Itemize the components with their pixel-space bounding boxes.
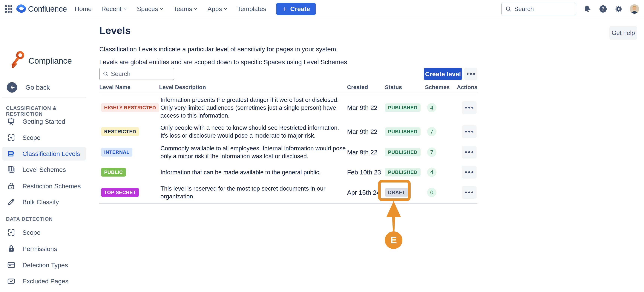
sidebar: Compliance Go back CLASSIFICATION & REST… (0, 18, 89, 292)
status-badge: PUBLISHED (385, 104, 420, 112)
sidebar-item-label: Bulk Classify (22, 198, 59, 206)
notifications-bell-icon[interactable] (583, 4, 592, 14)
row-actions-button[interactable] (462, 166, 477, 179)
pencil-icon (7, 197, 16, 206)
level-description: Information that can be made available t… (160, 163, 348, 182)
sidebar-item-label: Scope (22, 229, 40, 236)
column-header-actions: Actions (457, 84, 478, 90)
go-back-button[interactable]: Go back (7, 82, 50, 93)
schemes-count: 4 (427, 168, 436, 177)
nav-home[interactable]: Home (74, 5, 92, 13)
app-name: Compliance (28, 56, 72, 66)
global-search-input[interactable] (514, 6, 570, 13)
row-actions-button[interactable] (462, 101, 477, 114)
confluence-compliance-levels-screen: Confluence Home Recent Spaces Teams Apps… (0, 0, 644, 292)
table-search[interactable] (99, 68, 174, 80)
sidebar-item-restriction-schemes[interactable]: Restriction Schemes (2, 179, 86, 193)
nav-apps[interactable]: Apps (207, 5, 228, 13)
app-grid-icon[interactable] (5, 5, 12, 13)
primary-nav: Home Recent Spaces Teams Apps Templates (74, 5, 266, 13)
search-icon (505, 6, 512, 12)
annotation-arrow-e: E (382, 201, 406, 250)
nav-recent[interactable]: Recent (101, 5, 127, 13)
chevron-down-icon (160, 7, 164, 11)
stack-icon (7, 149, 16, 158)
table-actions-menu-button[interactable] (464, 68, 478, 80)
sidebar-item-excluded-pages[interactable]: Excluded Pages (2, 274, 86, 288)
nav-templates[interactable]: Templates (237, 5, 266, 13)
row-actions-button[interactable] (462, 186, 477, 199)
sidebar-item-excluded-data[interactable]: Excluded Data (2, 290, 86, 292)
card-icon (7, 260, 16, 269)
sidebar-item-label: Getting Started (22, 118, 65, 125)
created-date: Mar 9th 22 (347, 104, 378, 111)
level-name-badge: INTERNAL (101, 148, 132, 156)
sidebar-item-label: Restriction Schemes (22, 182, 81, 190)
create-level-button[interactable]: Create level (424, 68, 462, 80)
lock-filled-icon (7, 244, 16, 253)
global-search[interactable] (502, 3, 576, 15)
plus-icon (282, 6, 288, 12)
schemes-count: 7 (427, 127, 436, 136)
table-row: INTERNAL Commonly available to all emplo… (99, 142, 478, 162)
table-row: PUBLIC Information that can be made avai… (99, 163, 478, 182)
table-header-divider (99, 93, 478, 93)
confluence-brand[interactable]: Confluence (16, 4, 67, 14)
table-row: RESTRICTED Only people with a need to kn… (99, 122, 478, 141)
column-header-level-description: Level Description (159, 84, 206, 90)
sidebar-item-level-schemes[interactable]: Level Schemes (2, 163, 86, 176)
level-name-badge: TOP SECRET (101, 188, 139, 197)
sidebar-item-detection-types[interactable]: Detection Types (2, 258, 86, 272)
nav-spaces[interactable]: Spaces (137, 5, 164, 13)
user-avatar[interactable] (630, 4, 639, 14)
key-icon (9, 50, 26, 71)
sidebar-item-label: Level Schemes (22, 166, 66, 173)
svg-text:E: E (390, 234, 397, 245)
column-header-status: Status (385, 84, 402, 90)
level-description: Commonly available to all employees. Int… (160, 142, 348, 162)
settings-gear-icon[interactable] (614, 4, 624, 14)
table-bottom-divider (99, 203, 478, 204)
sidebar-item-label: Detection Types (22, 261, 68, 269)
help-icon[interactable]: ? (598, 4, 608, 14)
sidebar-item-permissions[interactable]: Permissions (2, 242, 86, 256)
created-date: Feb 10th 23 (347, 169, 381, 176)
table-row: TOP SECRET This level is reserved for th… (99, 182, 478, 203)
sidebar-item-dd-scope[interactable]: Scope (2, 225, 86, 239)
status-badge: PUBLISHED (385, 148, 420, 156)
search-icon (103, 71, 109, 77)
table-search-input[interactable] (111, 70, 167, 78)
row-actions-button[interactable] (462, 146, 477, 159)
get-help-button[interactable]: Get help (610, 26, 637, 40)
nav-teams[interactable]: Teams (173, 5, 198, 13)
column-header-schemes: Schemes (425, 84, 450, 90)
page-description-line2: Levels are global entities and are scope… (99, 58, 349, 66)
row-actions-button[interactable] (462, 125, 477, 138)
page-title: Levels (99, 25, 131, 36)
created-date: Apr 15th 24 (347, 189, 380, 196)
level-description: Only people with a need to know should s… (160, 122, 348, 141)
sidebar-item-scope[interactable]: Scope (2, 131, 86, 145)
table-row: HIGHLY RESTRICTED Information presents t… (99, 94, 478, 122)
columns-icon (7, 165, 16, 174)
svg-text:?: ? (602, 6, 604, 12)
sidebar-divider (2, 98, 86, 98)
sidebar-item-bulk-classify[interactable]: Bulk Classify (2, 195, 86, 209)
sidebar-item-getting-started[interactable]: Getting Started (2, 115, 86, 128)
sidebar-item-label: Permissions (22, 245, 57, 252)
create-button[interactable]: Create (276, 3, 316, 15)
level-name-badge: HIGHLY RESTRICTED (101, 103, 159, 112)
compliance-app-logo: Compliance (9, 50, 72, 71)
schemes-count: 4 (427, 103, 436, 112)
annotation-highlight-box (378, 180, 411, 201)
sidebar-item-classification-levels[interactable]: Classification Levels (2, 147, 86, 161)
go-back-label: Go back (26, 84, 50, 91)
column-header-level-name: Level Name (99, 84, 130, 90)
column-header-created: Created (347, 84, 368, 90)
topnav-right-cluster: ? (502, 3, 639, 15)
schemes-count: 7 (427, 147, 436, 157)
created-date: Mar 9th 22 (347, 128, 378, 135)
brand-name: Confluence (28, 5, 67, 14)
sidebar-item-label: Excluded Pages (22, 277, 68, 285)
sidebar-item-label: Classification Levels (22, 150, 80, 157)
